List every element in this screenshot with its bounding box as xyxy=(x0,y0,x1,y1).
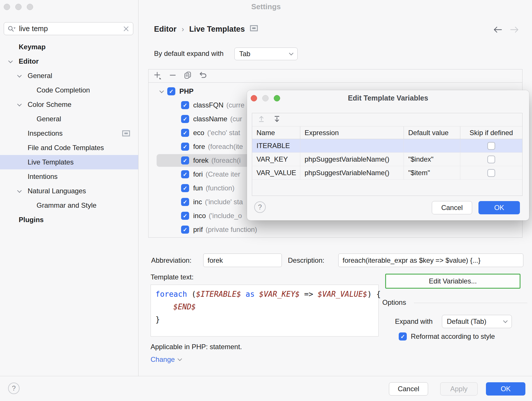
expand-with-label: Expand with xyxy=(395,317,433,326)
checkbox-checked[interactable] xyxy=(181,184,189,192)
expand-with-select[interactable]: Default (Tab) xyxy=(442,315,512,328)
chevron-down-icon xyxy=(289,51,294,56)
checkbox-checked[interactable] xyxy=(181,156,189,164)
breadcrumb-separator: › xyxy=(182,25,184,33)
checkbox-checked[interactable] xyxy=(167,87,175,95)
sidebar-divider xyxy=(138,0,138,376)
chevron-down-icon[interactable] xyxy=(8,59,13,63)
sidebar-item-live-templates[interactable]: Live Templates xyxy=(0,155,138,169)
duplicate-template-icon[interactable] xyxy=(184,71,192,81)
checkbox-unchecked[interactable] xyxy=(487,156,495,163)
footer-divider xyxy=(0,376,532,376)
col-header-skip-if-defined[interactable]: Skip if defined xyxy=(460,126,522,139)
sidebar-item-color-scheme-general[interactable]: General xyxy=(0,112,138,126)
table-row-var-key[interactable]: VAR_KEY phpSuggestVariableName() "$index… xyxy=(252,153,522,166)
reformat-label: Reformat according to style xyxy=(411,332,495,341)
breadcrumb-live-templates: Live Templates xyxy=(189,25,245,34)
template-row-prif[interactable]: prif(private function) xyxy=(149,223,522,237)
default-expand-label: By default expand with xyxy=(154,50,224,58)
clear-search-icon[interactable] xyxy=(123,25,130,32)
chevron-down-icon xyxy=(178,357,182,361)
move-down-icon[interactable] xyxy=(273,115,281,125)
settings-search-field[interactable] xyxy=(4,22,133,35)
code-line-3: } xyxy=(155,313,374,326)
checkbox-checked[interactable] xyxy=(181,143,189,151)
chevron-down-icon[interactable] xyxy=(17,102,22,107)
col-header-default-value[interactable]: Default value xyxy=(404,126,460,139)
breadcrumb: Editor › Live Templates xyxy=(154,25,258,34)
search-input[interactable] xyxy=(19,24,123,33)
screen-icon xyxy=(122,130,130,139)
sidebar-item-file-and-code-templates[interactable]: File and Code Templates xyxy=(0,141,138,155)
add-template-icon[interactable] xyxy=(153,71,162,81)
options-divider xyxy=(414,303,527,303)
settings-tree: Keymap Editor General Code Completion Co… xyxy=(0,40,138,227)
default-expand-select[interactable]: Tab xyxy=(234,48,298,60)
table-toolbar xyxy=(252,113,522,126)
checkbox-unchecked[interactable] xyxy=(487,169,495,177)
checkbox-unchecked[interactable] xyxy=(487,142,495,150)
chevron-down-icon[interactable] xyxy=(17,73,22,78)
options-title: Options xyxy=(382,298,406,307)
dialog-cancel-button[interactable]: Cancel xyxy=(432,201,472,214)
breadcrumb-editor[interactable]: Editor xyxy=(154,25,176,34)
checkbox-checked[interactable] xyxy=(399,332,407,341)
sidebar-item-plugins[interactable]: Plugins xyxy=(0,213,138,227)
variables-table: Name Expression Default value Skip if de… xyxy=(252,113,522,196)
history-nav xyxy=(493,25,519,36)
checkbox-checked[interactable] xyxy=(181,212,189,220)
sidebar-item-inspections[interactable]: Inspections xyxy=(0,126,138,141)
change-link-row: Change xyxy=(151,355,181,364)
col-header-name[interactable]: Name xyxy=(252,126,300,139)
sidebar-item-intentions[interactable]: Intentions xyxy=(0,169,138,184)
change-link[interactable]: Change xyxy=(151,355,175,364)
restore-defaults-icon[interactable] xyxy=(199,71,207,81)
table-row-iterable[interactable]: ITERABLE xyxy=(252,139,522,153)
sidebar-item-natural-languages[interactable]: Natural Languages xyxy=(0,184,138,198)
chevron-down-icon xyxy=(503,319,508,323)
description-input[interactable]: foreach(iterable_expr as $key => $value)… xyxy=(338,254,523,267)
description-label: Description: xyxy=(288,256,324,264)
cancel-button[interactable]: Cancel xyxy=(389,382,428,396)
screen-icon xyxy=(250,25,258,34)
checkbox-checked[interactable] xyxy=(181,129,189,137)
edit-variables-button[interactable]: Edit Variables... xyxy=(385,274,520,289)
ok-button[interactable]: OK xyxy=(486,382,525,396)
sidebar-item-code-completion[interactable]: Code Completion xyxy=(0,83,138,97)
table-row-var-value[interactable]: VAR_VALUE phpSuggestVariableName() "$ite… xyxy=(252,166,522,180)
abbreviation-label: Abbreviation: xyxy=(151,256,191,264)
edit-template-variables-dialog: Edit Template Variables Name Expression … xyxy=(247,90,529,220)
sidebar-item-editor[interactable]: Editor xyxy=(0,54,138,69)
col-header-expression[interactable]: Expression xyxy=(300,126,404,139)
checkbox-checked[interactable] xyxy=(181,115,189,123)
code-line-1: foreach ($ITERABLE$ as $VAR_KEY$ => $VAR… xyxy=(155,288,374,300)
window-title: Settings xyxy=(0,2,532,11)
dialog-ok-button[interactable]: OK xyxy=(478,201,520,214)
chevron-down-icon[interactable] xyxy=(17,188,22,193)
remove-template-icon[interactable] xyxy=(169,71,177,81)
dialog-title: Edit Template Variables xyxy=(247,94,529,102)
chevron-down-icon[interactable] xyxy=(159,88,164,93)
checkbox-checked[interactable] xyxy=(181,198,189,206)
forward-arrow-icon[interactable] xyxy=(510,25,519,36)
sidebar-item-color-scheme[interactable]: Color Scheme xyxy=(0,97,138,112)
back-arrow-icon[interactable] xyxy=(493,25,503,36)
list-toolbar xyxy=(149,69,522,83)
abbreviation-input[interactable]: forek xyxy=(203,254,282,267)
help-button[interactable]: ? xyxy=(8,383,20,394)
template-text-editor[interactable]: foreach ($ITERABLE$ as $VAR_KEY$ => $VAR… xyxy=(151,285,379,336)
template-text-label: Template text: xyxy=(151,273,193,281)
search-icon xyxy=(7,25,16,33)
checkbox-checked[interactable] xyxy=(181,101,189,109)
checkbox-checked[interactable] xyxy=(181,226,189,234)
applicable-text: Applicable in PHP: statement. xyxy=(151,343,242,351)
sidebar-item-keymap[interactable]: Keymap xyxy=(0,40,138,54)
move-up-icon[interactable] xyxy=(257,115,265,125)
dialog-help-button[interactable]: ? xyxy=(254,201,266,213)
sidebar-item-grammar-and-style[interactable]: Grammar and Style xyxy=(0,198,138,213)
checkbox-checked[interactable] xyxy=(181,170,189,178)
code-line-2: $END$ xyxy=(155,300,374,313)
apply-button[interactable]: Apply xyxy=(440,382,478,396)
sidebar-item-general[interactable]: General xyxy=(0,69,138,83)
reformat-option: Reformat according to style xyxy=(399,332,495,341)
